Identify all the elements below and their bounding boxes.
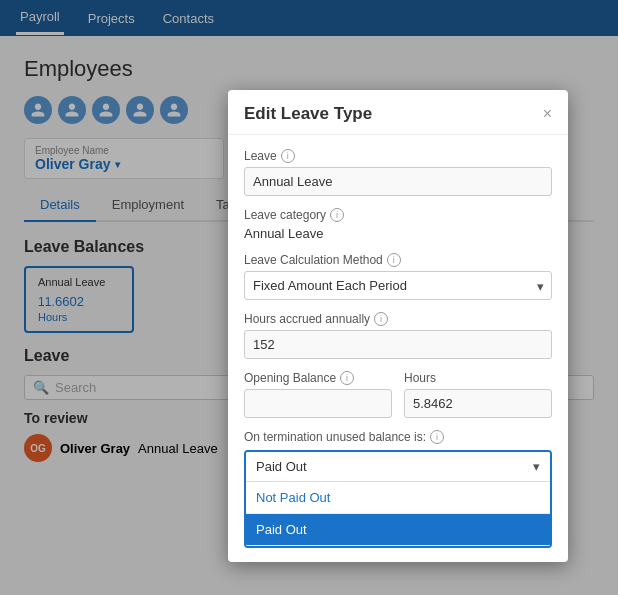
calc-method-group: Leave Calculation Method i Fixed Amount … — [244, 253, 552, 300]
termination-options: Not Paid Out Paid Out — [246, 482, 550, 546]
modal-header: Edit Leave Type × — [228, 90, 568, 135]
termination-label: On termination unused balance is: i — [244, 430, 552, 444]
opening-balance-row: Opening Balance i Hours — [244, 371, 552, 430]
hours-input[interactable] — [404, 389, 552, 418]
termination-dropdown-header[interactable]: Paid Out ▾ — [246, 452, 550, 482]
termination-info-icon[interactable]: i — [430, 430, 444, 444]
leave-category-group: Leave category i Annual Leave — [244, 208, 552, 241]
leave-field-label: Leave i — [244, 149, 552, 163]
termination-selected-label: Paid Out — [256, 459, 307, 474]
leave-field-group: Leave i — [244, 149, 552, 196]
termination-dropdown[interactable]: Paid Out ▾ Not Paid Out Paid Out — [244, 450, 552, 548]
hours-accrued-input[interactable] — [244, 330, 552, 359]
calc-method-select-wrapper: Fixed Amount Each Period — [244, 271, 552, 300]
leave-category-value: Annual Leave — [244, 226, 552, 241]
edit-leave-type-modal: Edit Leave Type × Leave i Leave category… — [228, 90, 568, 562]
termination-option-not-paid-out[interactable]: Not Paid Out — [246, 482, 550, 514]
chevron-down-icon: ▾ — [533, 459, 540, 474]
leave-category-label: Leave category i — [244, 208, 552, 222]
leave-input[interactable] — [244, 167, 552, 196]
calc-method-select[interactable]: Fixed Amount Each Period — [244, 271, 552, 300]
modal-close-button[interactable]: × — [543, 105, 552, 123]
opening-balance-info-icon[interactable]: i — [340, 371, 354, 385]
opening-balance-group: Opening Balance i — [244, 371, 392, 418]
calc-method-label: Leave Calculation Method i — [244, 253, 552, 267]
leave-category-info-icon[interactable]: i — [330, 208, 344, 222]
leave-info-icon[interactable]: i — [281, 149, 295, 163]
hours-label: Hours — [404, 371, 552, 385]
termination-option-paid-out[interactable]: Paid Out — [246, 514, 550, 546]
hours-group: Hours — [404, 371, 552, 418]
hours-accrued-group: Hours accrued annually i — [244, 312, 552, 359]
modal-body: Leave i Leave category i Annual Leave Le… — [228, 135, 568, 444]
modal-title: Edit Leave Type — [244, 104, 372, 124]
calc-method-info-icon[interactable]: i — [387, 253, 401, 267]
opening-balance-input[interactable] — [244, 389, 392, 418]
hours-accrued-label: Hours accrued annually i — [244, 312, 552, 326]
opening-balance-label: Opening Balance i — [244, 371, 392, 385]
hours-accrued-info-icon[interactable]: i — [374, 312, 388, 326]
